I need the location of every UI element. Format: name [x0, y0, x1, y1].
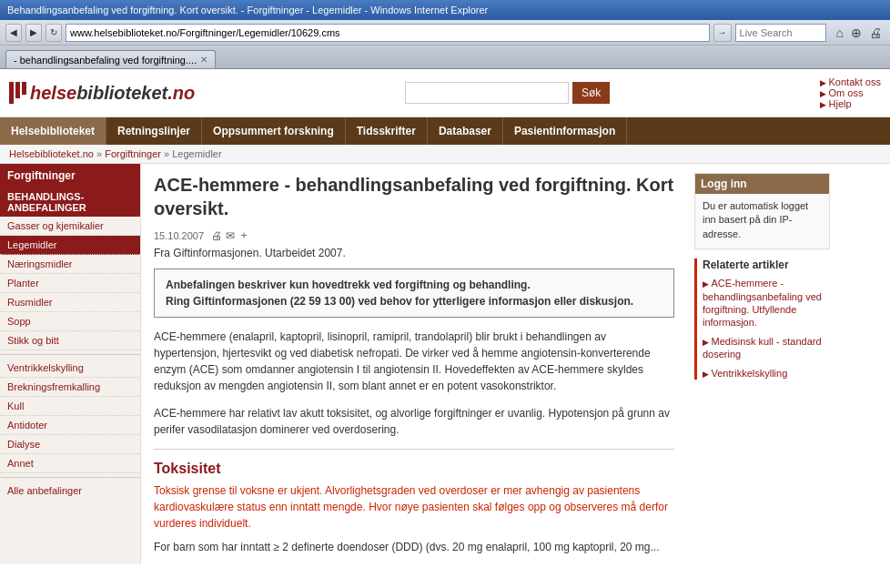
- browser-tabs: - behandlingsanbefaling ved forgiftning.…: [0, 46, 890, 69]
- sidebar-item-kull[interactable]: Kull: [0, 397, 140, 416]
- plus-icon[interactable]: ＋: [238, 228, 249, 243]
- logo-text: helsebiblioteket.no: [30, 83, 195, 104]
- right-panel: Logg inn Du er automatisk logget inn bas…: [687, 164, 837, 564]
- hjelp-link[interactable]: Hjelp: [820, 98, 852, 109]
- sidebar-item-ventrikkel[interactable]: Ventrikkelskylling: [0, 359, 140, 378]
- address-bar: →: [66, 24, 732, 42]
- sidebar-divider: [0, 354, 140, 355]
- article-body2: ACE-hemmere har relativt lav akutt toksi…: [154, 405, 674, 438]
- forward-button[interactable]: ▶: [25, 24, 42, 42]
- home-icon[interactable]: ⌂: [834, 25, 846, 41]
- browser-search-input[interactable]: [735, 24, 826, 42]
- main-content: ACE-hemmere - behandlingsanbefaling ved …: [141, 164, 687, 564]
- breadcrumb: Helsebiblioteket.no » Forgiftninger » Le…: [0, 145, 890, 164]
- nav-item-retningslinjer[interactable]: Retningslinjer: [106, 117, 202, 145]
- login-box: Logg inn Du er automatisk logget inn bas…: [694, 173, 830, 249]
- print-icon[interactable]: 🖨: [211, 229, 222, 242]
- sidebar-item-legemidler[interactable]: Legemidler: [0, 236, 140, 255]
- breadcrumb-legemidler: Legemidler: [172, 148, 221, 159]
- related-item-0[interactable]: ACE-hemmere - behandlingsanbefaling ved …: [703, 277, 830, 329]
- toksisitet-text: Toksisk grense til voksne er ukjent. Alv…: [154, 482, 674, 532]
- logo-bar-2: [15, 82, 20, 98]
- tab-label: - behandlingsanbefaling ved forgiftning.…: [14, 55, 197, 66]
- logo-bib: biblioteket: [76, 83, 167, 103]
- om-link[interactable]: Om oss: [820, 87, 863, 98]
- browser-titlebar: Behandlingsanbefaling ved forgiftning. K…: [0, 0, 890, 20]
- breadcrumb-sep1: »: [96, 148, 105, 159]
- nav-item-helsebiblioteket[interactable]: Helsebiblioteket: [0, 117, 106, 145]
- browser-search-box: [735, 24, 826, 42]
- nav-item-pasientinfo[interactable]: Pasientinformasjon: [503, 117, 627, 145]
- related-item-1[interactable]: Medisinsk kull - standard dosering: [703, 335, 830, 361]
- logo-bar-1: [9, 82, 14, 104]
- sidebar-item-sopp[interactable]: Sopp: [0, 312, 140, 331]
- sidebar-subsection: BEHANDLINGS-ANBEFALINGER: [0, 188, 140, 217]
- login-box-title: Logg inn: [695, 174, 829, 194]
- address-input[interactable]: [66, 24, 710, 42]
- sidebar-item-naeringsmidler[interactable]: Næringsmidler: [0, 255, 140, 274]
- header-search: Søk: [405, 82, 610, 104]
- nav-item-databaser[interactable]: Databaser: [428, 117, 503, 145]
- article-meta: 15.10.2007 🖨 ✉ ＋: [154, 228, 674, 243]
- logo-helse: helse: [30, 83, 76, 103]
- back-button[interactable]: ◀: [5, 24, 22, 42]
- article-more: For barn som har inntatt ≥ 2 definerte d…: [154, 539, 674, 555]
- sidebar-item-planter[interactable]: Planter: [0, 274, 140, 293]
- sidebar-item-stikk[interactable]: Stikk og bitt: [0, 331, 140, 350]
- article-meta-icons: 🖨 ✉ ＋: [211, 228, 249, 243]
- article-date: 15.10.2007: [154, 230, 204, 241]
- callout-line1: Anbefalingen beskriver kun hovedtrekk ve…: [166, 277, 662, 293]
- site-logo: helsebiblioteket.no: [9, 82, 195, 104]
- sidebar-item-gasser[interactable]: Gasser og kjemikalier: [0, 217, 140, 236]
- go-button[interactable]: →: [713, 24, 732, 42]
- logo-no: .no: [167, 83, 195, 103]
- site-header: helsebiblioteket.no Søk Kontakt oss Om o…: [0, 69, 890, 117]
- kontakt-link[interactable]: Kontakt oss: [820, 76, 881, 87]
- related-box: Relaterte artikler ACE-hemmere - behandl…: [694, 259, 830, 380]
- related-title: Relaterte artikler: [703, 259, 830, 271]
- breadcrumb-home[interactable]: Helsebiblioteket.no: [9, 148, 94, 159]
- rss-icon[interactable]: ⊕: [848, 25, 865, 41]
- article-title: ACE-hemmere - behandlingsanbefaling ved …: [154, 173, 674, 220]
- page-wrapper: helsebiblioteket.no Søk Kontakt oss Om o…: [0, 69, 890, 579]
- print-icon[interactable]: 🖨: [866, 25, 885, 41]
- tab-close-button[interactable]: ✕: [200, 55, 207, 65]
- header-links: Kontakt oss Om oss Hjelp: [820, 76, 881, 109]
- titlebar-text: Behandlingsanbefaling ved forgiftning. K…: [7, 5, 488, 15]
- nav-bar: Helsebiblioteket Retningslinjer Oppsumme…: [0, 117, 890, 145]
- logo-bar-3: [22, 82, 26, 95]
- breadcrumb-forgiftninger[interactable]: Forgiftninger: [105, 148, 161, 159]
- sidebar-divider2: [0, 477, 140, 478]
- article-source: Fra Giftinformasjonen. Utarbeidet 2007.: [154, 247, 674, 259]
- article-callout: Anbefalingen beskriver kun hovedtrekk ve…: [154, 269, 674, 318]
- breadcrumb-sep2: »: [164, 148, 172, 159]
- sidebar-all-link[interactable]: Alle anbefalinger: [0, 482, 140, 500]
- nav-item-oppsummert[interactable]: Oppsummert forskning: [202, 117, 346, 145]
- site-search-button[interactable]: Søk: [572, 82, 610, 104]
- sidebar-item-annet[interactable]: Annet: [0, 454, 140, 473]
- related-item-2[interactable]: Ventrikkelskylling: [703, 367, 830, 380]
- section-toksisitet: Toksisitet: [154, 461, 674, 477]
- nav-item-tidsskrifter[interactable]: Tidsskrifter: [346, 117, 428, 145]
- callout-line2: Ring Giftinformasjonen (22 59 13 00) ved…: [166, 293, 662, 309]
- sidebar: Forgiftninger BEHANDLINGS-ANBEFALINGER G…: [0, 164, 141, 564]
- browser-tab[interactable]: - behandlingsanbefaling ved forgiftning.…: [5, 50, 216, 68]
- toolbar-icons: ⌂ ⊕ 🖨: [834, 25, 885, 41]
- logo-bars: [9, 82, 26, 104]
- sidebar-item-antidoter[interactable]: Antidoter: [0, 416, 140, 435]
- email-icon[interactable]: ✉: [226, 229, 235, 242]
- refresh-button[interactable]: ↻: [46, 24, 62, 42]
- sidebar-item-dialyse[interactable]: Dialyse: [0, 435, 140, 454]
- article-body1: ACE-hemmere (enalapril, kaptopril, lisin…: [154, 329, 674, 394]
- site-search-input[interactable]: [405, 82, 569, 104]
- sidebar-item-rusmidler[interactable]: Rusmidler: [0, 293, 140, 312]
- login-box-text: Du er automatisk logget inn basert på di…: [703, 199, 822, 241]
- content-wrapper: Forgiftninger BEHANDLINGS-ANBEFALINGER G…: [0, 164, 890, 564]
- sidebar-section-title: Forgiftninger: [0, 164, 140, 188]
- divider: [154, 449, 674, 450]
- sidebar-item-breknings[interactable]: Brekningsfremkalling: [0, 378, 140, 397]
- browser-toolbar: ◀ ▶ ↻ → ⌂ ⊕ 🖨: [0, 20, 890, 46]
